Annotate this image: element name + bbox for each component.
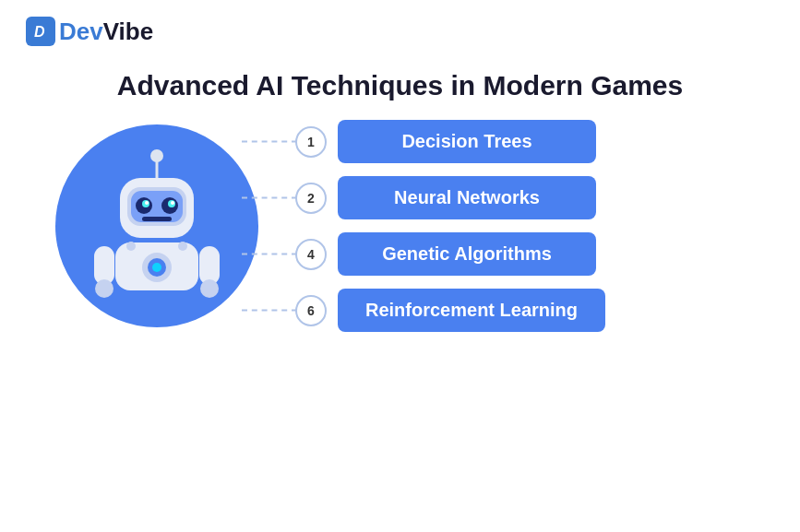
logo-icon: D [26,17,55,46]
robot-svg [83,143,231,309]
list-item: 4 Genetic Algorithms [295,232,763,276]
svg-rect-18 [94,246,114,285]
list-item: 6 Reinforcement Learning [295,289,763,332]
logo-text-part1: Dev [59,18,103,45]
svg-text:D: D [34,24,45,40]
item-label-4: Genetic Algorithms [338,232,596,276]
content-area: 1 Decision Trees 2 Neural Networks 4 Gen… [0,120,800,332]
page-title: Advanced AI Techniques in Modern Games [0,70,800,101]
svg-point-17 [152,263,161,272]
item-label-2: Neural Networks [338,176,596,219]
svg-point-23 [178,242,187,251]
svg-rect-13 [142,217,172,221]
item-number-4: 4 [295,239,327,270]
list-item: 1 Decision Trees [295,120,763,163]
logo-text: DevVibe [59,18,153,46]
logo: D DevVibe [26,17,153,46]
svg-point-11 [145,201,149,205]
item-number-6: 6 [295,295,327,326]
list-item: 2 Neural Networks [295,176,763,219]
item-number-1: 1 [295,126,327,158]
robot-illustration [55,124,258,327]
svg-point-3 [150,149,163,162]
items-list: 1 Decision Trees 2 Neural Networks 4 Gen… [295,120,763,332]
item-label-1: Decision Trees [338,120,596,163]
logo-text-part2: Vibe [103,18,153,45]
svg-rect-20 [199,246,220,285]
item-label-6: Reinforcement Learning [338,289,605,332]
svg-point-19 [95,279,113,298]
header: D DevVibe [0,0,800,63]
item-number-2: 2 [295,183,327,214]
svg-point-12 [171,201,174,205]
svg-point-21 [200,279,219,298]
svg-point-22 [126,242,136,251]
